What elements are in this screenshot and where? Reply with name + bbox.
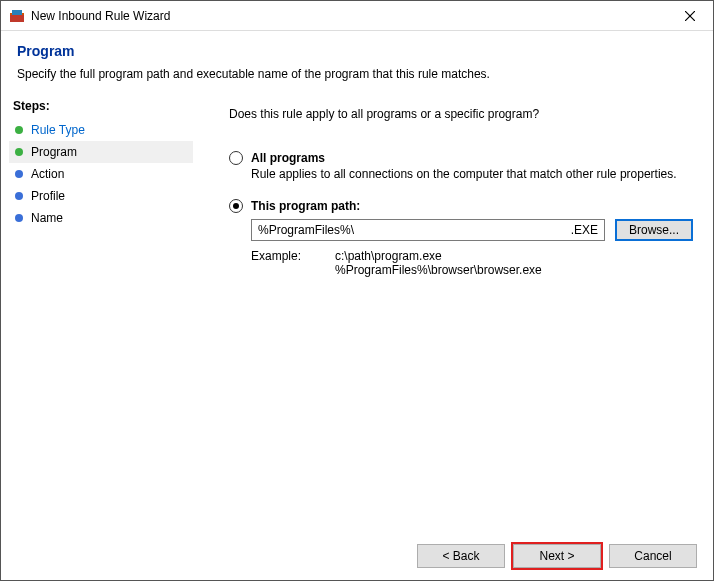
page-description: Specify the full program path and execut… — [17, 67, 697, 81]
example-block: Example: c:\path\program.exe %ProgramFil… — [251, 249, 693, 277]
step-rule-type[interactable]: Rule Type — [9, 119, 193, 141]
browse-button[interactable]: Browse... — [615, 219, 693, 241]
back-button[interactable]: < Back — [417, 544, 505, 568]
step-label: Program — [31, 145, 77, 159]
step-name[interactable]: Name — [9, 207, 193, 229]
example-path-1: c:\path\program.exe — [335, 249, 542, 263]
step-bullet-icon — [15, 148, 23, 156]
step-bullet-icon — [15, 192, 23, 200]
back-label: < Back — [442, 549, 479, 563]
titlebar: New Inbound Rule Wizard — [1, 1, 713, 31]
steps-heading: Steps: — [9, 99, 193, 113]
path-value: %ProgramFiles%\ — [258, 223, 563, 237]
wizard-header: Program Specify the full program path an… — [1, 31, 713, 91]
step-action[interactable]: Action — [9, 163, 193, 185]
next-label: Next > — [539, 549, 574, 563]
example-label: Example: — [251, 249, 335, 277]
step-bullet-icon — [15, 170, 23, 178]
step-bullet-icon — [15, 126, 23, 134]
close-button[interactable] — [667, 1, 713, 31]
window-title: New Inbound Rule Wizard — [31, 9, 170, 23]
cancel-button[interactable]: Cancel — [609, 544, 697, 568]
browse-label: Browse... — [629, 223, 679, 237]
steps-sidebar: Steps: Rule Type Program Action Profile … — [1, 91, 193, 574]
step-label: Action — [31, 167, 64, 181]
main-panel: Does this rule apply to all programs or … — [193, 91, 713, 574]
option-this-program-path[interactable]: This program path: %ProgramFiles%\ .EXE … — [229, 199, 693, 277]
page-title: Program — [17, 43, 697, 59]
step-label: Rule Type — [31, 123, 85, 137]
radio-icon — [229, 199, 243, 213]
option-all-programs[interactable]: All programs Rule applies to all connect… — [229, 151, 693, 181]
close-icon — [685, 11, 695, 21]
step-bullet-icon — [15, 214, 23, 222]
path-extension: .EXE — [563, 223, 598, 237]
svg-rect-2 — [12, 10, 22, 15]
next-button[interactable]: Next > — [513, 544, 601, 568]
radio-icon — [229, 151, 243, 165]
cancel-label: Cancel — [634, 549, 671, 563]
step-label: Profile — [31, 189, 65, 203]
radio-label: This program path: — [251, 199, 360, 213]
step-profile[interactable]: Profile — [9, 185, 193, 207]
radio-description: Rule applies to all connections on the c… — [251, 167, 693, 181]
radio-label: All programs — [251, 151, 325, 165]
program-path-input[interactable]: %ProgramFiles%\ .EXE — [251, 219, 605, 241]
example-path-2: %ProgramFiles%\browser\browser.exe — [335, 263, 542, 277]
step-label: Name — [31, 211, 63, 225]
firewall-icon — [9, 8, 25, 24]
wizard-footer: < Back Next > Cancel — [417, 544, 697, 568]
step-program[interactable]: Program — [9, 141, 193, 163]
question-text: Does this rule apply to all programs or … — [229, 107, 693, 121]
